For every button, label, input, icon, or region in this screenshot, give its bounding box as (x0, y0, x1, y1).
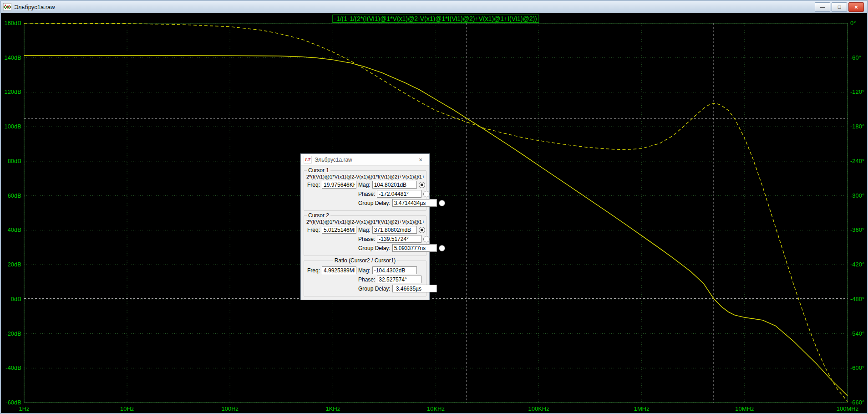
y-left-tick-label: 80dB (8, 158, 21, 164)
close-button[interactable]: × (848, 2, 864, 12)
plot-pane: 1Hz10Hz100Hz1KHz10KHz100KHz1MHz10MHz100M… (2, 14, 868, 414)
x-axis-tick-label: 10MHz (735, 405, 754, 412)
cursor2-group-label: Cursor 2 (307, 212, 330, 219)
y-left-tick-label: -60dB (5, 399, 21, 406)
cursor1-mag-label: Mag: (358, 182, 371, 188)
cursor2-row-freq-mag: Freq: Mag: (306, 226, 424, 234)
cursor2-mag-radio[interactable] (419, 227, 425, 233)
x-axis-tick-label: 1KHz (325, 405, 340, 412)
y-right-tick-label: -420° (850, 261, 864, 268)
y-left-tick-label: -40dB (5, 364, 21, 371)
ltspice-icon: LT (304, 156, 312, 164)
cursor1-row-freq-mag: Freq: Mag: (306, 181, 424, 189)
x-axis-tick-label: 1MHz (634, 405, 650, 412)
y-right-tick-label: -360° (850, 226, 864, 233)
cursor2-mag-label: Mag: (358, 227, 371, 233)
cursor2-freq-field[interactable] (322, 226, 356, 234)
ratio-row-freq-mag: Freq: Mag: (306, 266, 424, 274)
y-right-tick-label: -60° (850, 54, 861, 61)
cursor1-freq-label: Freq: (306, 182, 320, 188)
y-left-tick-label: 20dB (8, 261, 21, 268)
cursor1-phase-radio[interactable] (423, 191, 430, 197)
minimize-button[interactable]: — (815, 2, 830, 12)
cursor1-group-label: Cursor 1 (307, 167, 330, 174)
maximize-button[interactable]: □ (832, 2, 847, 12)
cursor2-group: Cursor 2 2*(I(Vi1)@1*V(x1)@2-V(x1)@1*I(V… (304, 215, 426, 256)
y-right-tick-label: -540° (850, 330, 864, 337)
cursor2-row-groupdelay: Group Delay: (306, 244, 424, 252)
cursor2-group-delay-field[interactable] (392, 244, 437, 252)
ratio-freq-field[interactable] (322, 266, 356, 274)
y-right-tick-label: 0° (850, 20, 856, 26)
ratio-group-label: Ratio (Cursor2 / Cursor1) (333, 257, 397, 264)
cursor2-row-phase: Phase: (306, 235, 424, 243)
y-left-tick-label: 0dB (11, 296, 21, 302)
y-left-tick-label: 140dB (4, 54, 21, 61)
cursor-dialog: LT Эльбрус1a.raw × Cursor 1 2*(I(Vi1)@1*… (300, 153, 430, 300)
x-axis-tick-label: 1Hz (19, 405, 29, 412)
ratio-row-groupdelay: Group Delay: (306, 285, 424, 292)
ratio-phase-label: Phase: (358, 276, 375, 283)
cursor1-group-delay-field[interactable] (392, 199, 437, 207)
x-axis-tick-label: 10KHz (427, 405, 445, 412)
x-axis-tick-label: 100KHz (528, 405, 549, 412)
y-left-tick-label: 60dB (8, 192, 21, 199)
ltspice-window: Эльбрус1a.raw — □ × 1Hz10Hz100Hz1KHz10KH… (0, 0, 868, 414)
window-titlebar: Эльбрус1a.raw — □ × (1, 1, 867, 13)
cursor2-phase-field[interactable] (377, 235, 421, 243)
cursor1-row-phase: Phase: (306, 190, 424, 198)
app-icon (3, 3, 11, 10)
cursor1-mag-radio[interactable] (419, 182, 425, 188)
y-right-tick-label: -600° (850, 364, 864, 371)
waveform-chart[interactable]: 1Hz10Hz100Hz1KHz10KHz100KHz1MHz10MHz100M… (2, 14, 868, 414)
trace-expression-title[interactable]: -1/(1-1/(2*(I(Vi1)@1*V(x1)@2-V(x1)@1*I(V… (332, 15, 539, 23)
cursor1-freq-field[interactable] (322, 181, 356, 189)
x-axis-tick-label: 100MHz (837, 405, 858, 412)
cursor1-mag-field[interactable] (372, 181, 417, 189)
x-axis-tick-label: 10Hz (120, 405, 134, 412)
cursor-dialog-title: Эльбрус1a.raw (315, 157, 352, 163)
x-axis-tick-label: 100Hz (221, 405, 239, 412)
y-left-tick-label: 160dB (4, 20, 21, 26)
ratio-freq-label: Freq: (306, 267, 320, 274)
ratio-mag-label: Mag: (358, 267, 371, 274)
y-left-tick-label: -20dB (5, 330, 21, 337)
y-right-tick-label: -480° (850, 296, 864, 302)
cursor2-freq-label: Freq: (306, 227, 320, 233)
cursor2-group-delay-label: Group Delay: (358, 245, 391, 251)
cursor-dialog-titlebar: LT Эльбрус1a.raw × (301, 154, 429, 166)
y-right-tick-label: -180° (850, 123, 864, 130)
cursor1-phase-field[interactable] (377, 190, 421, 198)
window-controls: — □ × (815, 2, 865, 12)
cursor1-group-delay-radio[interactable] (439, 200, 445, 206)
cursor2-group-delay-radio[interactable] (439, 245, 445, 251)
y-right-tick-label: -120° (850, 88, 864, 95)
window-title: Эльбрус1a.raw (14, 4, 55, 10)
cursor1-group: Cursor 1 2*(I(Vi1)@1*V(x1)@2-V(x1)@1*I(V… (304, 170, 426, 211)
cursor1-row-groupdelay: Group Delay: (306, 199, 424, 207)
ratio-phase-field[interactable] (377, 276, 421, 283)
ratio-mag-field[interactable] (372, 266, 417, 274)
y-left-tick-label: 120dB (4, 88, 21, 95)
cursor2-mag-field[interactable] (372, 226, 417, 234)
cursor2-expression: 2*(I(Vi1)@1*V(x1)@2-V(x1)@1*I(Vi1)@2)+V(… (306, 219, 424, 225)
y-left-tick-label: 100dB (4, 123, 21, 130)
cursor-dialog-close-icon[interactable]: × (415, 156, 426, 164)
ratio-group-delay-field[interactable] (392, 285, 437, 292)
cursor1-phase-label: Phase: (358, 191, 375, 197)
ratio-group: Ratio (Cursor2 / Cursor1) Freq: Mag: Pha… (304, 261, 426, 296)
y-right-tick-label: -240° (850, 158, 864, 164)
ratio-row-phase: Phase: (306, 276, 424, 283)
y-right-tick-label: -660° (850, 399, 864, 406)
cursor2-phase-label: Phase: (358, 236, 375, 242)
cursor1-expression: 2*(I(Vi1)@1*V(x1)@2-V(x1)@1*I(Vi1)@2)+V(… (306, 174, 424, 179)
cursor2-phase-radio[interactable] (423, 236, 430, 242)
ratio-group-delay-label: Group Delay: (358, 286, 391, 292)
cursor1-group-delay-label: Group Delay: (358, 200, 391, 206)
y-left-tick-label: 40dB (8, 226, 21, 233)
plot-frame (24, 23, 848, 403)
y-right-tick-label: -300° (850, 192, 864, 199)
